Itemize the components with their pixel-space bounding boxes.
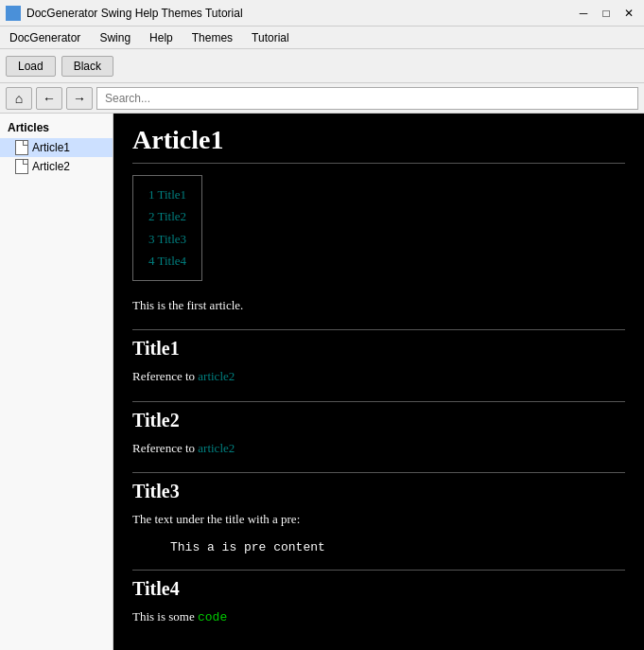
menu-docgenerator[interactable]: DocGenerator bbox=[4, 29, 86, 46]
section-1-link[interactable]: article2 bbox=[198, 369, 235, 383]
sidebar-item-label-article2: Article2 bbox=[32, 160, 70, 173]
sidebar-item-article1[interactable]: Article1 bbox=[0, 138, 113, 157]
close-button[interactable]: ✕ bbox=[619, 4, 638, 23]
sidebar-section-articles: Articles bbox=[0, 117, 113, 138]
toc-link-1[interactable]: 1 Title1 bbox=[148, 184, 186, 205]
title-bar: DocGenerator Swing Help Themes Tutorial … bbox=[0, 0, 644, 26]
main-area: Articles Article1 Article2 Article1 1 Ti… bbox=[0, 114, 644, 650]
section-4-body: This is some code bbox=[132, 607, 625, 627]
back-button[interactable]: ← bbox=[36, 87, 62, 110]
menu-bar: DocGenerator Swing Help Themes Tutorial bbox=[0, 26, 644, 49]
title-bar-text: DocGenerator Swing Help Themes Tutorial bbox=[26, 7, 574, 20]
forward-icon: → bbox=[73, 91, 86, 106]
menu-swing[interactable]: Swing bbox=[94, 29, 136, 46]
nav-bar: ⌂ ← → bbox=[0, 83, 644, 114]
section-heading-3: Title3 bbox=[132, 472, 625, 502]
menu-themes[interactable]: Themes bbox=[186, 29, 238, 46]
title-bar-controls: ─ □ ✕ bbox=[574, 4, 638, 23]
toc-box: 1 Title1 2 Title2 3 Title3 4 Title4 bbox=[132, 175, 202, 281]
section-3-body: The text under the title with a pre: bbox=[132, 510, 625, 529]
toc-link-2[interactable]: 2 Title2 bbox=[148, 205, 186, 227]
back-icon: ← bbox=[43, 91, 56, 106]
content-area: Article1 1 Title1 2 Title2 3 Title3 4 Ti… bbox=[113, 114, 644, 650]
section-heading-1: Title1 bbox=[132, 329, 625, 360]
toc-link-4[interactable]: 4 Title4 bbox=[148, 250, 186, 272]
sidebar-item-article2[interactable]: Article2 bbox=[0, 157, 113, 176]
pre-block: This a is pre content bbox=[170, 540, 625, 554]
section-4-text: This is some bbox=[132, 609, 198, 624]
home-icon: ⌂ bbox=[15, 91, 23, 106]
section-1-ref-text: Reference to bbox=[132, 369, 198, 383]
sidebar-item-label-article1: Article1 bbox=[32, 141, 70, 154]
search-input[interactable] bbox=[96, 87, 638, 110]
toolbar: Load Black bbox=[0, 49, 644, 83]
section-heading-2: Title2 bbox=[132, 401, 625, 431]
forward-button[interactable]: → bbox=[66, 87, 93, 110]
section-2-body: Reference to article2 bbox=[132, 439, 625, 458]
doc-icon-article1 bbox=[15, 140, 28, 155]
minimize-button[interactable]: ─ bbox=[574, 4, 593, 23]
black-button[interactable]: Black bbox=[61, 56, 113, 77]
app-icon bbox=[6, 6, 21, 21]
intro-text: This is the first article. bbox=[132, 296, 625, 315]
inline-code: code bbox=[198, 610, 227, 624]
home-button[interactable]: ⌂ bbox=[6, 87, 32, 110]
sidebar: Articles Article1 Article2 bbox=[0, 114, 113, 650]
section-1-body: Reference to article2 bbox=[132, 367, 625, 386]
toc-link-3[interactable]: 3 Title3 bbox=[148, 228, 186, 250]
menu-tutorial[interactable]: Tutorial bbox=[246, 29, 295, 46]
article-title: Article1 bbox=[132, 125, 625, 164]
load-button[interactable]: Load bbox=[6, 56, 56, 77]
section-2-link[interactable]: article2 bbox=[198, 441, 235, 455]
section-heading-4: Title4 bbox=[132, 570, 625, 600]
section-2-ref-text: Reference to bbox=[132, 441, 198, 455]
menu-help[interactable]: Help bbox=[144, 29, 179, 46]
doc-icon-article2 bbox=[15, 159, 28, 174]
maximize-button[interactable]: □ bbox=[597, 4, 616, 23]
